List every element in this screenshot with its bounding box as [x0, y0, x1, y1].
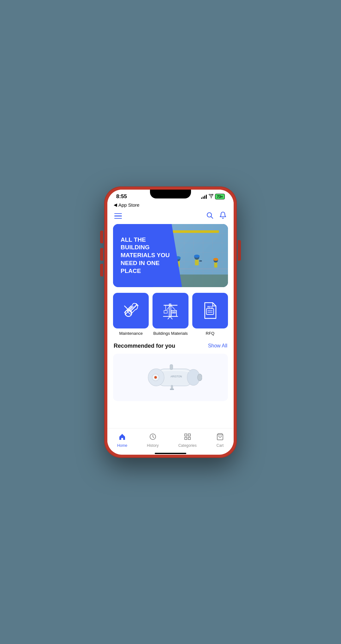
- home-icon: [118, 433, 126, 442]
- svg-rect-68: [188, 437, 190, 440]
- nav-item-home[interactable]: Home: [112, 432, 132, 449]
- category-card-maintenance[interactable]: Maintenance: [113, 293, 149, 336]
- nav-label-home: Home: [117, 443, 127, 448]
- recommended-section-header: Recommended for you Show All: [107, 343, 234, 354]
- svg-line-48: [170, 316, 172, 319]
- header-right: [206, 211, 227, 221]
- svg-point-61: [154, 376, 157, 378]
- app-header: [107, 209, 234, 224]
- svg-line-40: [171, 305, 175, 310]
- hamburger-line-1: [114, 213, 122, 214]
- svg-rect-65: [185, 434, 187, 436]
- svg-rect-57: [170, 364, 173, 369]
- hero-banner: ALL THE BUILDING MATERIALS YOU NEED IN O…: [113, 224, 228, 287]
- nav-label-history: History: [147, 443, 159, 448]
- svg-text:RFQ: RFQ: [207, 305, 213, 309]
- status-time: 8:55: [116, 193, 127, 200]
- recommended-title: Recommended for you: [114, 343, 175, 349]
- hero-text: ALL THE BUILDING MATERIALS YOU NEED IN O…: [121, 236, 174, 275]
- back-nav: ◀ App Store: [107, 201, 234, 209]
- category-card-rfq[interactable]: RFQ RFQ: [192, 293, 228, 336]
- back-label: App Store: [118, 202, 140, 208]
- notch: [150, 190, 191, 198]
- battery-icon: 73+: [215, 194, 225, 199]
- categories-row: Maintenance: [107, 293, 234, 336]
- svg-point-56: [197, 374, 202, 381]
- svg-line-39: [167, 305, 171, 310]
- maintenance-icon-box: [113, 293, 149, 328]
- scroll-area[interactable]: ALL THE BUILDING MATERIALS YOU NEED IN O…: [107, 224, 234, 428]
- svg-text:ARISTON: ARISTON: [170, 375, 182, 378]
- hamburger-line-3: [114, 218, 122, 219]
- svg-point-26: [194, 255, 200, 258]
- svg-rect-21: [195, 260, 199, 265]
- notification-icon[interactable]: [219, 211, 227, 221]
- product-area: ARISTON: [107, 354, 234, 407]
- status-icons: 73+: [201, 194, 225, 199]
- svg-rect-44: [172, 312, 173, 313]
- nav-item-categories[interactable]: Categories: [173, 432, 202, 449]
- buildings-materials-icon-box: [153, 293, 188, 328]
- product-card[interactable]: ARISTON: [113, 354, 228, 401]
- category-label-rfq: RFQ: [206, 331, 214, 336]
- category-label-buildings-materials: Buildings Materials: [153, 331, 188, 336]
- svg-rect-59: [170, 388, 174, 390]
- svg-rect-66: [188, 434, 190, 436]
- nav-label-categories: Categories: [178, 443, 197, 448]
- svg-rect-42: [164, 310, 167, 313]
- phone-frame: 8:55 73+ ◀ App Store: [104, 186, 237, 458]
- svg-rect-22: [200, 260, 202, 262]
- search-icon[interactable]: [206, 211, 213, 221]
- home-indicator: [155, 453, 186, 454]
- nav-label-cart: Cart: [217, 443, 224, 448]
- svg-rect-67: [185, 437, 187, 440]
- show-all-button[interactable]: Show All: [208, 343, 227, 349]
- phone-screen: 8:55 73+ ◀ App Store: [107, 190, 234, 455]
- svg-rect-45: [174, 312, 175, 313]
- bottom-nav: Home History Categories Cart: [107, 428, 234, 451]
- rfq-icon-box: RFQ: [192, 293, 228, 328]
- nav-item-cart[interactable]: Cart: [211, 432, 229, 449]
- hero-overlay: ALL THE BUILDING MATERIALS YOU NEED IN O…: [113, 224, 182, 287]
- signal-icon: [201, 194, 207, 199]
- cart-icon: [216, 433, 224, 442]
- svg-line-1: [211, 216, 213, 218]
- history-icon: [149, 433, 157, 442]
- svg-point-27: [213, 258, 218, 261]
- back-arrow-icon: ◀: [114, 202, 117, 207]
- wifi-icon: [208, 194, 213, 199]
- hamburger-line-2: [114, 216, 122, 216]
- category-label-maintenance: Maintenance: [119, 331, 142, 336]
- nav-item-history[interactable]: History: [142, 432, 164, 449]
- categories-icon: [184, 433, 191, 442]
- svg-rect-58: [171, 385, 173, 389]
- svg-line-47: [168, 316, 170, 319]
- back-link[interactable]: ◀ App Store: [114, 202, 227, 208]
- category-card-buildings-materials[interactable]: Buildings Materials: [153, 293, 188, 336]
- menu-button[interactable]: [114, 213, 122, 219]
- svg-rect-49: [206, 309, 214, 315]
- svg-rect-24: [214, 263, 218, 268]
- svg-rect-43: [171, 310, 176, 316]
